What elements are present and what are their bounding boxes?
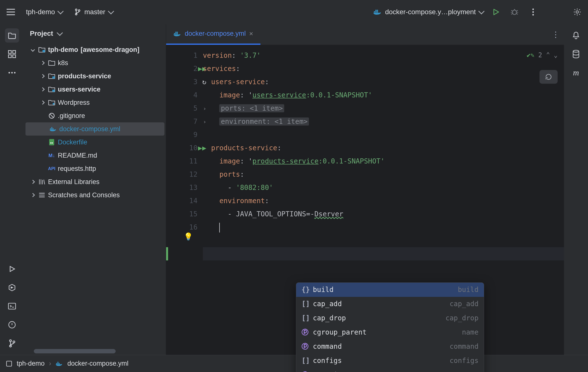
settings-icon[interactable] [571,6,584,18]
module-icon [38,46,46,53]
gutter-line[interactable]: 13 [166,181,197,194]
editor-tab[interactable]: docker-compose.yml × [166,24,260,45]
gutter-line[interactable]: 7› [166,115,197,128]
project-view-button[interactable] [5,28,19,43]
tree-label: products-service [58,72,111,80]
project-tree[interactable]: tph-demo [awesome-dragon]k8sproducts-ser… [24,43,166,355]
branch-name: master [84,8,105,16]
tree-label: Wordpress [58,99,90,106]
tree-label: Scratches and Consoles [48,191,120,199]
gutter-line[interactable]: 9 [166,128,197,141]
gutter-line[interactable]: 10▶▶ [166,141,197,155]
debug-button[interactable] [508,6,521,18]
completion-item[interactable]: {}buildbuild [296,283,484,297]
code-editor[interactable]: ✔✎ 2 ⌄ ⌄ 💡 version: '3.7' services: user… [203,45,564,355]
completion-item[interactable]: []cap_dropcap_drop [296,311,484,325]
svg-point-24 [13,341,15,343]
inspection-ok-icon[interactable]: ✔✎ [527,48,534,62]
tree-item[interactable]: .gitignore [24,109,166,122]
tree-item[interactable]: APIrequests.http [24,162,166,175]
tree-item[interactable]: products-service [24,70,166,83]
chevron-down-icon[interactable] [57,30,63,36]
tree-item[interactable]: External Libraries [24,175,166,188]
more-actions-button[interactable] [527,6,539,18]
code-completion-popup[interactable]: {}buildbuild[]cap_addcap_add[]cap_dropca… [296,282,484,372]
more-tools-button[interactable] [5,66,19,80]
tree-item[interactable]: tph-demo [awesome-dragon] [24,43,166,56]
inspection-count: 2 [538,48,542,62]
terminal-toolwindow-button[interactable] [5,299,19,313]
chevron-down-icon [478,8,484,14]
docker-icon [173,31,181,37]
completion-item[interactable]: ⓟcontainer_namename [296,368,484,372]
tree-label: README.md [58,152,97,159]
svg-point-8 [513,10,516,15]
main-menu-icon[interactable] [4,6,17,18]
svg-rect-47 [57,362,58,363]
tree-item[interactable]: M↓README.md [24,149,166,162]
completion-item[interactable]: ⓟcommandcommand [296,339,484,354]
svg-rect-13 [8,50,11,53]
svg-rect-15 [8,55,11,58]
branch-selector[interactable]: master [72,6,116,18]
svg-point-0 [75,9,77,11]
tree-item[interactable]: Wordpress [24,96,166,109]
project-selector[interactable]: tph-demo [23,6,66,18]
database-toolwindow-button[interactable] [569,47,583,61]
completion-item[interactable]: ⓟcgroup_parentname [296,325,484,339]
gutter-line[interactable]: 12 [166,168,197,181]
problems-toolwindow-button[interactable] [5,318,19,332]
gutter-line[interactable]: 15 [166,208,197,221]
services-toolwindow-button[interactable] [5,280,19,295]
reload-services-icon[interactable] [539,70,558,84]
svg-point-10 [532,11,534,13]
tree-item[interactable]: k8s [24,56,166,70]
tree-item[interactable]: docker-compose.yml [25,122,164,136]
gutter-line[interactable]: 1 [166,49,197,62]
tree-item[interactable]: Dockerfile [24,136,166,149]
tree-item[interactable]: users-service [24,83,166,96]
run-toolwindow-button[interactable] [5,262,19,276]
next-highlight-icon[interactable]: ⌄ [554,48,558,62]
tree-item[interactable]: Scratches and Consoles [24,188,166,202]
prev-highlight-icon[interactable]: ⌄ [546,48,550,62]
run-button[interactable] [490,6,502,18]
run-config-selector[interactable]: docker-compose.y…ployment [373,8,484,16]
breadcrumb-project[interactable]: tph-demo [17,360,45,367]
editor-gutter[interactable]: 12▶▶3↻45›7›910▶▶111213141516 [166,45,203,355]
svg-rect-46 [59,363,60,364]
status-bar: tph-demo › docker-compose.yml [0,355,588,372]
completion-item[interactable]: []cap_addcap_add [296,297,484,311]
gutter-line[interactable]: 5› [166,102,197,115]
svg-point-17 [9,72,10,73]
docker-icon [56,361,63,366]
maven-toolwindow-button[interactable]: m [569,66,583,80]
tab-options-icon[interactable]: ⋮ [552,30,560,39]
structure-view-button[interactable] [5,47,19,61]
gutter-line[interactable]: 16 [166,221,197,234]
svg-rect-6 [375,10,377,11]
completion-item[interactable]: []configsconfigs [296,354,484,368]
gutter-line[interactable]: 3↻ [166,75,197,89]
tree-label: k8s [58,59,68,67]
notifications-icon[interactable] [569,28,583,43]
svg-rect-25 [43,50,45,52]
module-icon [48,72,55,80]
intention-bulb-icon[interactable]: 💡 [184,230,191,237]
tree-label: users-service [58,86,100,93]
tree-label: requests.http [58,165,96,173]
docker-icon [49,125,57,133]
svg-point-19 [14,72,15,73]
gutter-line[interactable]: 14 [166,194,197,208]
gutter-line[interactable]: 4 [166,89,197,102]
vcs-toolwindow-button[interactable] [5,336,19,350]
scrollbar-thumb[interactable] [34,349,116,353]
breadcrumb-file[interactable]: docker-compose.yml [67,360,128,367]
module-icon [6,360,12,367]
gutter-line[interactable]: 2▶▶ [166,62,197,75]
close-tab-icon[interactable]: × [249,30,253,38]
gutter-line[interactable]: 11 [166,155,197,168]
svg-rect-20 [8,303,15,309]
svg-rect-40 [175,32,177,33]
tree-label: .gitignore [58,112,85,120]
